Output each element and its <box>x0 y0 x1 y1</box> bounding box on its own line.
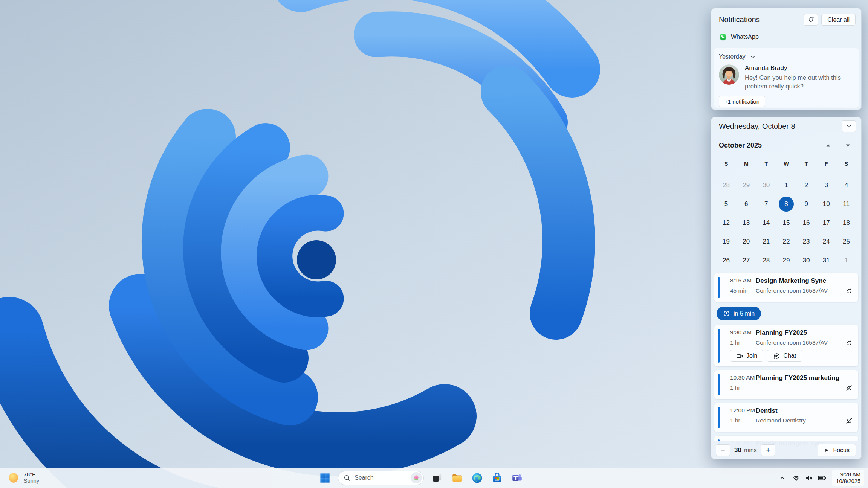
calendar-day-20[interactable]: 20 <box>739 234 754 249</box>
notification-app-group[interactable]: WhatsApp <box>719 33 854 41</box>
calendar-day-10[interactable]: 10 <box>819 197 834 212</box>
calendar-day-22[interactable]: 22 <box>779 234 794 249</box>
battery-icon <box>818 474 827 482</box>
month-prev-button[interactable] <box>824 141 833 150</box>
agenda-item[interactable]: 10:30 AM Planning FY2025 marketing 1 hr <box>714 370 858 399</box>
join-button[interactable]: Join <box>730 350 763 362</box>
calendar-day-15[interactable]: 15 <box>779 215 794 230</box>
teams-button[interactable] <box>510 471 524 485</box>
edge-button[interactable] <box>470 471 484 485</box>
calendar-month-row: October 2025 <box>711 136 861 155</box>
calendar-collapse-button[interactable] <box>842 120 856 132</box>
calendar-day-12[interactable]: 12 <box>719 215 734 230</box>
focus-label: Focus <box>833 447 850 454</box>
notification-item[interactable]: Amanda Brady Hey! Can you help me out wi… <box>719 64 854 91</box>
calendar-day-18[interactable]: 18 <box>839 215 854 230</box>
file-explorer-button[interactable] <box>450 471 464 485</box>
clock-button[interactable]: 9:28 AM 10/8/2025 <box>832 470 864 486</box>
tray-expand-button[interactable] <box>776 472 789 484</box>
tray-date: 10/8/2025 <box>836 478 860 485</box>
calendar-day-28[interactable]: 28 <box>719 178 734 193</box>
desktop: Notifications z z Clear all WhatsApp <box>0 0 868 488</box>
event-accent-bar <box>718 407 720 428</box>
calendar-day-23[interactable]: 23 <box>799 234 814 249</box>
start-button[interactable] <box>318 471 332 485</box>
tray-status-button[interactable] <box>789 471 830 485</box>
calendar-day-4[interactable]: 4 <box>839 178 854 193</box>
search-input[interactable]: Search <box>338 471 424 485</box>
calendar-day-11[interactable]: 11 <box>839 197 854 212</box>
calendar-day-13[interactable]: 13 <box>739 215 754 230</box>
calendar-day-19[interactable]: 19 <box>719 234 734 249</box>
calendar-day-25[interactable]: 25 <box>839 234 854 249</box>
calendar-day-29[interactable]: 29 <box>739 178 754 193</box>
event-duration: 45 min <box>730 287 756 295</box>
event-time: 10:30 AM <box>730 374 756 382</box>
focus-duration: 30 mins <box>734 447 757 454</box>
calendar-day-26[interactable]: 26 <box>719 253 734 268</box>
clear-all-button[interactable]: Clear all <box>821 14 856 26</box>
do-not-disturb-button[interactable]: z z <box>804 14 818 26</box>
agenda-item[interactable]: 12:00 PM Dentist 1 hr Redmond Dentistry <box>714 403 858 432</box>
calendar-day-28[interactable]: 28 <box>759 253 774 268</box>
calendar-day-30[interactable]: 30 <box>759 178 774 193</box>
widgets-weather-button[interactable]: 78°F Sunny <box>3 469 44 486</box>
calendar-day-17[interactable]: 17 <box>819 215 834 230</box>
calendar-day-2[interactable]: 2 <box>799 178 814 193</box>
calendar-day-1[interactable]: 1 <box>779 178 794 193</box>
whatsapp-icon <box>719 33 727 41</box>
calendar-month-label: October 2025 <box>719 142 824 149</box>
calendar-day-29[interactable]: 29 <box>779 253 794 268</box>
calendar-day-6[interactable]: 6 <box>739 197 754 212</box>
calendar-day-9[interactable]: 9 <box>799 197 814 212</box>
chevron-down-icon <box>846 123 852 130</box>
triangle-up-icon <box>825 142 832 149</box>
event-duration: 1 hr <box>730 384 756 392</box>
minus-icon: − <box>721 446 725 454</box>
agenda-item[interactable]: 8:15 AM Design Marketing Sync 45 min Con… <box>714 273 858 302</box>
windows-logo-icon <box>320 473 330 483</box>
volume-icon <box>805 474 813 482</box>
calendar-day-30[interactable]: 30 <box>799 253 814 268</box>
chevron-down-icon[interactable] <box>749 54 756 61</box>
search-icon <box>344 474 351 482</box>
calendar-day-24[interactable]: 24 <box>819 234 834 249</box>
increase-minutes-button[interactable]: + <box>761 444 775 456</box>
event-time: 12:00 PM <box>730 407 756 415</box>
calendar-day-1[interactable]: 1 <box>839 253 854 268</box>
more-notifications-button[interactable]: +1 notification <box>719 96 765 107</box>
system-tray: 9:28 AM 10/8/2025 <box>776 468 866 488</box>
search-highlight-button[interactable] <box>411 472 422 483</box>
calendar-day-5[interactable]: 5 <box>719 197 734 212</box>
store-button[interactable] <box>490 471 504 485</box>
day-header: T <box>805 161 808 167</box>
decrease-minutes-button[interactable]: − <box>716 444 730 456</box>
calendar-day-31[interactable]: 31 <box>819 253 834 268</box>
calendar-day-8[interactable]: 8 <box>779 197 794 212</box>
calendar-day-7[interactable]: 7 <box>759 197 774 212</box>
lotus-flower-icon <box>412 474 420 482</box>
chat-button[interactable]: Chat <box>767 350 802 362</box>
day-header: S <box>845 161 848 167</box>
calendar-day-21[interactable]: 21 <box>759 234 774 249</box>
event-title: Planning FY2025 marketing <box>756 374 843 382</box>
task-view-button[interactable] <box>430 471 444 485</box>
teams-icon <box>511 472 523 484</box>
event-accent-bar <box>718 329 720 363</box>
calendar-day-14[interactable]: 14 <box>759 215 774 230</box>
edge-icon <box>471 472 483 484</box>
day-header: T <box>765 161 768 167</box>
reminder-badge: in 5 min <box>717 307 761 320</box>
focus-duration-value: 30 <box>734 447 741 454</box>
agenda-item[interactable]: 9:30 AM Planning FY2025 1 hr Conference … <box>714 325 858 366</box>
calendar-day-headers: SMTWTFS <box>711 155 861 173</box>
month-next-button[interactable] <box>843 141 852 150</box>
notification-group-card: Yesterday <box>714 48 859 108</box>
event-location: Conference room 16537/AV <box>756 339 843 347</box>
calendar-panel: Wednesday, October 8 October 2025 SMTWTF… <box>711 117 862 459</box>
calendar-day-27[interactable]: 27 <box>739 253 754 268</box>
calendar-day-3[interactable]: 3 <box>819 178 834 193</box>
notification-group-label: Yesterday <box>719 53 746 60</box>
focus-button[interactable]: Focus <box>818 444 856 456</box>
calendar-day-16[interactable]: 16 <box>799 215 814 230</box>
